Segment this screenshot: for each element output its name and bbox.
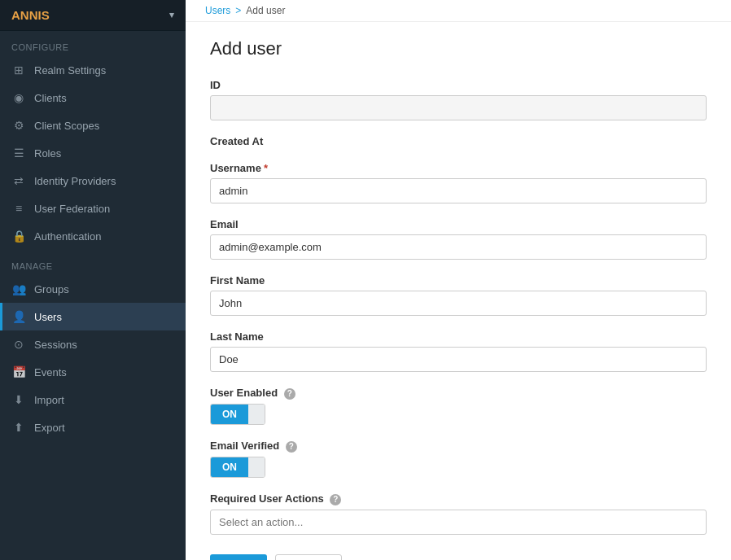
breadcrumb-separator: > (235, 5, 241, 16)
sidebar-item-events[interactable]: 📅 Events (0, 358, 186, 386)
email-verified-group: Email Verified ? ON (210, 440, 707, 478)
groups-icon: 👥 (11, 282, 26, 295)
events-icon: 📅 (11, 365, 26, 378)
email-verified-toggle-btn[interactable]: ON (210, 457, 265, 478)
form-content: Add user ID Created At Username* Email F… (186, 22, 731, 560)
breadcrumb-current: Add user (246, 5, 285, 16)
sidebar-item-label: Authentication (34, 230, 101, 243)
sidebar-item-roles[interactable]: ☰ Roles (0, 139, 186, 167)
required-actions-help-icon[interactable]: ? (330, 494, 341, 505)
created-at-field-group: Created At (210, 135, 707, 147)
email-verified-off[interactable] (248, 457, 265, 477)
username-input[interactable] (210, 178, 707, 203)
sidebar-item-label: Client Scopes (34, 120, 99, 132)
sidebar-item-authentication[interactable]: 🔒 Authentication (0, 222, 186, 250)
sidebar-item-identity-providers[interactable]: ⇄ Identity Providers (0, 167, 186, 195)
sidebar-item-label: Export (34, 422, 65, 434)
last-name-input[interactable] (210, 347, 707, 372)
page-title: Add user (210, 38, 707, 59)
sidebar-item-user-federation[interactable]: ≡ User Federation (0, 195, 186, 222)
save-button[interactable]: Save (210, 554, 267, 560)
export-icon: ⬆ (11, 421, 26, 434)
first-name-input[interactable] (210, 291, 707, 316)
user-enabled-label: User Enabled ? (210, 387, 707, 400)
user-enabled-group: User Enabled ? ON (210, 387, 707, 425)
user-enabled-toggle-btn[interactable]: ON (210, 404, 265, 425)
user-enabled-help-icon[interactable]: ? (284, 388, 295, 400)
sidebar-item-groups[interactable]: 👥 Groups (0, 275, 186, 303)
sessions-icon: ⊙ (11, 338, 26, 351)
user-enabled-on[interactable]: ON (211, 405, 248, 424)
realm-settings-icon: ⊞ (11, 63, 26, 77)
clients-icon: ◉ (11, 91, 26, 104)
authentication-icon: 🔒 (11, 230, 26, 243)
required-actions-input[interactable] (210, 510, 707, 535)
sidebar-item-label: Clients (34, 92, 67, 104)
email-verified-on[interactable]: ON (211, 457, 248, 477)
identity-providers-icon: ⇄ (11, 174, 26, 187)
first-name-field-group: First Name (210, 274, 707, 316)
app-header[interactable]: ANNIS ▾ (0, 0, 186, 31)
email-verified-label: Email Verified ? (210, 440, 707, 453)
users-icon: 👤 (11, 310, 26, 323)
sidebar: ANNIS ▾ Configure ⊞ Realm Settings ◉ Cli… (0, 0, 186, 560)
import-icon: ⬇ (11, 393, 26, 406)
id-label: ID (210, 79, 707, 91)
last-name-label: Last Name (210, 330, 707, 343)
breadcrumb-parent[interactable]: Users (205, 5, 230, 16)
breadcrumb: Users > Add user (186, 0, 731, 22)
sidebar-item-label: Identity Providers (34, 175, 116, 187)
app-name: ANNIS (11, 8, 50, 22)
sidebar-item-label: Groups (34, 283, 69, 295)
main-content: Users > Add user Add user ID Created At … (186, 0, 731, 560)
id-field-group: ID (210, 79, 707, 120)
cancel-button[interactable]: Cancel (275, 554, 342, 560)
manage-section-label: Manage (0, 250, 186, 275)
username-label: Username* (210, 162, 707, 174)
user-enabled-off[interactable] (248, 405, 265, 424)
sidebar-item-client-scopes[interactable]: ⚙ Client Scopes (0, 112, 186, 139)
user-federation-icon: ≡ (11, 202, 26, 215)
email-verified-help-icon[interactable]: ? (286, 441, 297, 453)
sidebar-item-export[interactable]: ⬆ Export (0, 413, 186, 441)
sidebar-item-label: Roles (34, 147, 61, 160)
required-actions-group: Required User Actions ? (210, 492, 707, 535)
required-actions-label: Required User Actions ? (210, 492, 707, 505)
first-name-label: First Name (210, 274, 707, 287)
sidebar-item-label: Sessions (34, 339, 77, 351)
sidebar-item-label: Import (34, 394, 64, 406)
app-dropdown-icon[interactable]: ▾ (169, 10, 174, 20)
sidebar-item-realm-settings[interactable]: ⊞ Realm Settings (0, 56, 186, 84)
email-verified-toggle[interactable]: ON (210, 457, 707, 478)
sidebar-item-label: Users (34, 311, 62, 323)
email-label: Email (210, 218, 707, 230)
configure-section-label: Configure (0, 31, 186, 56)
sidebar-item-sessions[interactable]: ⊙ Sessions (0, 330, 186, 358)
sidebar-item-clients[interactable]: ◉ Clients (0, 84, 186, 112)
sidebar-item-label: Realm Settings (34, 64, 106, 77)
sidebar-item-users[interactable]: 👤 Users (0, 303, 186, 330)
username-field-group: Username* (210, 162, 707, 203)
email-input[interactable] (210, 234, 707, 260)
sidebar-item-label: User Federation (34, 203, 110, 215)
email-field-group: Email (210, 218, 707, 260)
form-actions: Save Cancel (210, 554, 707, 560)
created-at-label: Created At (210, 135, 707, 147)
last-name-field-group: Last Name (210, 330, 707, 372)
sidebar-item-label: Events (34, 366, 67, 378)
client-scopes-icon: ⚙ (11, 119, 26, 132)
id-input[interactable] (210, 95, 707, 120)
roles-icon: ☰ (11, 147, 26, 160)
sidebar-item-import[interactable]: ⬇ Import (0, 386, 186, 413)
user-enabled-toggle[interactable]: ON (210, 404, 707, 425)
